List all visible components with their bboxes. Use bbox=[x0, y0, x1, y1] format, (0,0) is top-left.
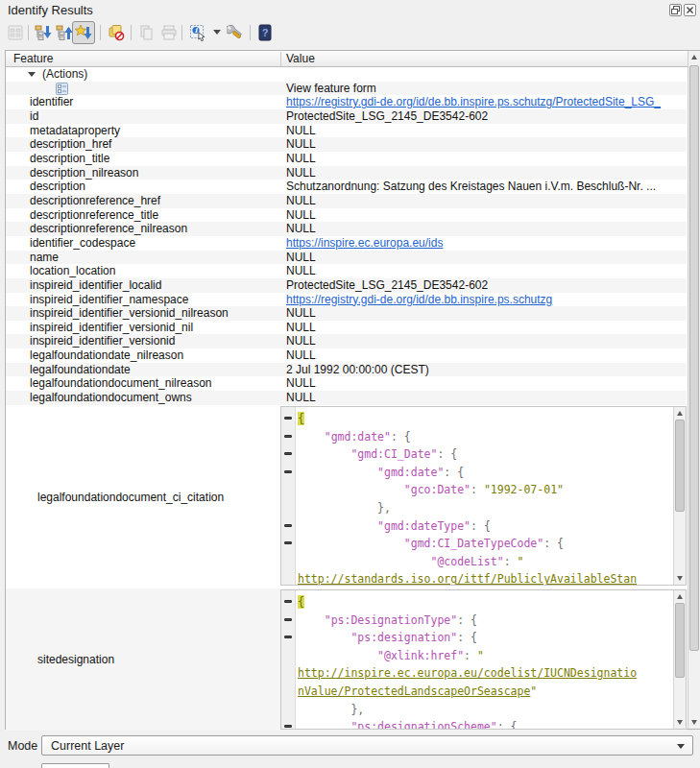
identify-mode-icon[interactable]: i bbox=[186, 21, 209, 44]
attribute-value[interactable]: https://inspire.ec.europa.eu/ids bbox=[286, 236, 687, 251]
attribute-label: descriptionreference_title bbox=[30, 208, 158, 223]
open-form-icon[interactable] bbox=[4, 21, 27, 44]
table-row[interactable]: inspireid_identifier_versionidNULL bbox=[6, 334, 687, 348]
close-icon[interactable] bbox=[684, 4, 696, 16]
fold-marker-icon[interactable] bbox=[284, 600, 292, 603]
form-view-icon[interactable] bbox=[56, 83, 68, 95]
table-row[interactable]: descriptionreference_titleNULL bbox=[6, 208, 687, 223]
print-response-icon[interactable] bbox=[157, 21, 181, 44]
json-code[interactable]: { "ps:DesignationType": { "ps:designatio… bbox=[298, 593, 673, 730]
table-row[interactable]: identifierhttps://registry.gdi-de.org/id… bbox=[6, 95, 687, 109]
attribute-value: NULL bbox=[286, 208, 687, 223]
attribute-label: inspireid_identifier_versionid bbox=[30, 334, 175, 348]
scrollbar-thumb[interactable] bbox=[675, 420, 685, 512]
fold-marker-icon[interactable] bbox=[284, 417, 292, 420]
fold-marker-icon[interactable] bbox=[284, 618, 292, 621]
toolbar-separator bbox=[250, 25, 251, 40]
table-row[interactable]: legalfoundationdate2 Jul 1992 00:00:00 (… bbox=[6, 363, 687, 377]
float-icon[interactable] bbox=[669, 4, 682, 16]
table-row[interactable]: description_titleNULL bbox=[6, 152, 687, 166]
scroll-up-icon[interactable] bbox=[688, 51, 700, 63]
feature-table: Feature Value (Actions)View feature form… bbox=[5, 50, 700, 730]
attribute-value: ProtectedSite_LSG_2145_DE3542-602 bbox=[286, 109, 687, 124]
fold-marker-icon[interactable] bbox=[284, 541, 292, 544]
attribute-value[interactable]: https://registry.gdi-de.org/id/de.bb.ins… bbox=[286, 293, 687, 307]
attribute-value: NULL bbox=[286, 376, 687, 391]
table-row[interactable]: description_nilreasonNULL bbox=[6, 166, 687, 180]
table-row[interactable]: inspireid_identifier_versionid_nilNULL bbox=[6, 321, 687, 335]
expand-tree-icon[interactable] bbox=[32, 21, 55, 44]
table-row[interactable]: descriptionreference_nilreasonNULL bbox=[6, 222, 687, 236]
table-row[interactable]: legalfoundationdate_nilreasonNULL bbox=[6, 348, 687, 363]
copy-feature-icon[interactable] bbox=[135, 21, 158, 44]
collapse-expander-icon[interactable] bbox=[28, 72, 36, 77]
fold-gutter[interactable] bbox=[281, 407, 296, 585]
fold-marker-icon[interactable] bbox=[284, 636, 292, 638]
chevron-down-icon bbox=[677, 744, 685, 749]
table-scrollbar[interactable] bbox=[688, 51, 700, 729]
fold-marker-icon[interactable] bbox=[284, 725, 292, 728]
scroll-up-icon[interactable] bbox=[674, 407, 686, 420]
fold-marker-icon[interactable] bbox=[284, 435, 292, 438]
toolbar-separator bbox=[181, 25, 182, 40]
attribute-value: NULL bbox=[286, 348, 687, 363]
table-row[interactable]: legalfoundationdocument_ci_citation { "g… bbox=[6, 405, 687, 588]
scroll-up-icon[interactable] bbox=[674, 590, 686, 603]
column-divider[interactable] bbox=[280, 52, 281, 66]
scroll-down-icon[interactable] bbox=[688, 716, 700, 729]
attribute-label: inspireid_identifier_localid bbox=[30, 278, 161, 293]
fold-marker-icon[interactable] bbox=[284, 524, 292, 527]
fold-gutter[interactable] bbox=[281, 590, 296, 729]
table-row[interactable]: description_hrefNULL bbox=[6, 137, 687, 152]
table-header[interactable]: Feature Value bbox=[6, 51, 699, 67]
table-row[interactable]: idProtectedSite_LSG_2145_DE3542-602 bbox=[6, 109, 687, 124]
fold-marker-icon[interactable] bbox=[284, 470, 292, 473]
table-row[interactable]: legalfoundationdocument_ownsNULL bbox=[6, 391, 687, 405]
table-row[interactable]: legalfoundationdocument_nilreasonNULL bbox=[6, 376, 687, 391]
scroll-down-icon[interactable] bbox=[674, 716, 686, 729]
attribute-value[interactable]: https://registry.gdi-de.org/id/de.bb.ins… bbox=[286, 95, 687, 109]
help-icon[interactable]: ? bbox=[253, 21, 277, 44]
table-row[interactable]: View feature form bbox=[6, 82, 687, 96]
attribute-value: NULL bbox=[286, 137, 687, 152]
json-editor[interactable]: { "gmd:date": { "gmd:CI_Date": { "gmd:da… bbox=[280, 406, 687, 586]
table-row[interactable]: inspireid_identifier_namespacehttps://re… bbox=[6, 293, 687, 307]
clear-results-icon[interactable] bbox=[105, 21, 128, 44]
table-row[interactable]: descriptionSchutzanordnung: Satzung des … bbox=[6, 180, 687, 194]
action-value[interactable]: View feature form bbox=[286, 82, 687, 96]
table-row[interactable]: metadatapropertyNULL bbox=[6, 124, 687, 138]
attribute-label: description_nilreason bbox=[30, 166, 138, 180]
attribute-link[interactable]: https://registry.gdi-de.org/id/de.bb.ins… bbox=[286, 95, 661, 108]
table-row[interactable]: identifier_codespacehttps://inspire.ec.e… bbox=[6, 236, 687, 251]
table-row[interactable]: inspireid_identifier_localidProtectedSit… bbox=[6, 278, 687, 293]
json-editor[interactable]: { "ps:DesignationType": { "ps:designatio… bbox=[280, 589, 687, 730]
identify-mode-dropdown-arrow-icon[interactable] bbox=[213, 30, 221, 35]
scrollbar-thumb[interactable] bbox=[675, 603, 685, 678]
json-code[interactable]: { "gmd:date": { "gmd:CI_Date": { "gmd:da… bbox=[298, 410, 673, 586]
expand-new-results-icon[interactable] bbox=[72, 21, 95, 44]
table-row[interactable]: location_locationNULL bbox=[6, 264, 687, 278]
mode-combobox[interactable]: Current Layer bbox=[41, 735, 693, 756]
scrollbar-thumb[interactable] bbox=[689, 65, 699, 651]
column-header-feature[interactable]: Feature bbox=[13, 52, 53, 65]
editor-scrollbar[interactable] bbox=[673, 407, 686, 585]
attribute-link[interactable]: https://inspire.ec.europa.eu/ids bbox=[286, 236, 443, 250]
attribute-value: NULL bbox=[286, 264, 687, 278]
column-header-value[interactable]: Value bbox=[286, 52, 315, 65]
scroll-down-icon[interactable] bbox=[674, 572, 686, 585]
identify-results-panel: Identify Results bbox=[0, 0, 700, 768]
attribute-label: legalfoundationdocument_nilreason bbox=[30, 376, 211, 391]
table-row[interactable]: inspireid_identifier_versionid_nilreason… bbox=[6, 306, 687, 321]
table-row[interactable]: descriptionreference_hrefNULL bbox=[6, 194, 687, 208]
fold-marker-icon[interactable] bbox=[284, 452, 292, 455]
table-row[interactable]: nameNULL bbox=[6, 251, 687, 265]
attribute-link[interactable]: https://registry.gdi-de.org/id/de.bb.ins… bbox=[286, 293, 552, 306]
attribute-label: legalfoundationdate bbox=[30, 363, 131, 377]
mode-bar: Mode Current Layer bbox=[0, 732, 700, 760]
table-row[interactable]: sitedesignation { "ps:DesignationType": … bbox=[6, 588, 687, 731]
view-combobox-partial[interactable] bbox=[41, 763, 109, 768]
editor-scrollbar[interactable] bbox=[673, 590, 686, 729]
table-row[interactable]: (Actions) bbox=[6, 67, 687, 82]
attribute-label: id bbox=[30, 109, 38, 124]
options-wrench-icon[interactable] bbox=[224, 21, 247, 44]
